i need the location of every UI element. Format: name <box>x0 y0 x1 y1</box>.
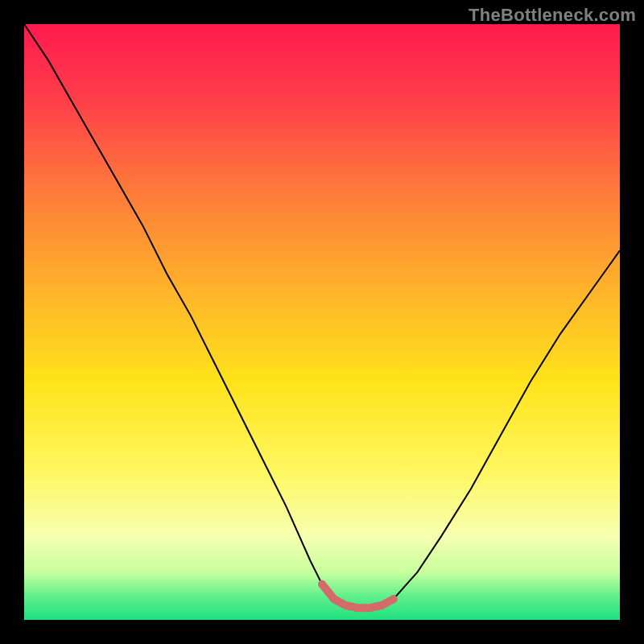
bottleneck-chart <box>0 0 644 644</box>
watermark-text: TheBottleneck.com <box>469 5 636 26</box>
plot-background <box>24 24 620 620</box>
chart-stage: { "watermark": "TheBottleneck.com", "cha… <box>0 0 644 644</box>
